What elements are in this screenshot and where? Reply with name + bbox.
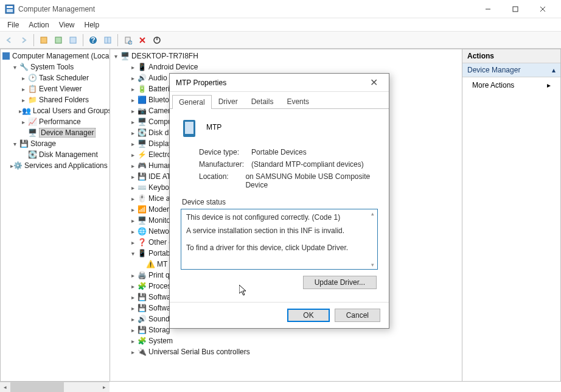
expand-icon[interactable]: ▸ [128,86,137,93]
device-tree-item[interactable]: Batteri [148,85,170,93]
left-panel-hscroll[interactable]: ◂ ▸ [0,382,110,392]
device-tree-item[interactable]: Compu [148,117,172,126]
menu-action[interactable]: Action [24,19,54,30]
collapse-icon[interactable]: ▾ [111,53,120,60]
collapse-icon[interactable]: ▾ [10,141,19,147]
dialog-titlebar[interactable]: MTP Properties ✕ [170,74,389,92]
expand-icon[interactable]: ▸ [19,75,27,82]
expand-icon[interactable]: ▸ [19,86,27,93]
device-tree-item[interactable]: Monito [148,216,170,225]
device-tree-item[interactable]: Android Device [148,63,198,71]
scan-button[interactable] [121,33,134,47]
device-tree-item[interactable]: System [148,337,173,345]
device-tree-item[interactable]: Softwa [148,293,171,301]
expand-icon[interactable]: ▸ [128,338,137,345]
expand-icon[interactable]: ▸ [128,75,137,82]
expand-icon[interactable]: ▸ [128,163,137,169]
tab-driver[interactable]: Driver [212,94,245,108]
tool-5[interactable] [101,33,114,47]
collapse-icon[interactable]: ▾ [128,250,137,257]
status-scrollbar[interactable]: ▴ ▾ [368,209,377,269]
tree-device-manager[interactable]: Device Manager [39,128,96,138]
scroll-right-icon[interactable]: ▸ [99,382,110,392]
scroll-up-icon[interactable]: ▴ [368,209,377,218]
expand-icon[interactable]: ▸ [128,294,137,301]
tab-general[interactable]: General [172,95,212,109]
expand-icon[interactable]: ▸ [19,97,27,103]
close-button[interactable] [529,0,556,18]
tree-disk-management[interactable]: Disk Management [39,150,98,159]
device-tree-item[interactable]: Portab [148,249,170,257]
scroll-down-icon[interactable]: ▾ [368,261,377,269]
expand-icon[interactable]: ▸ [128,316,137,323]
device-tree-item[interactable]: MT [157,260,167,268]
forward-button[interactable] [17,33,30,47]
minimize-button[interactable] [474,0,501,18]
scroll-track[interactable] [10,382,99,392]
expand-icon[interactable]: ▸ [128,206,137,213]
actions-more[interactable]: More Actions ▸ [462,77,560,93]
expand-icon[interactable]: ▸ [128,195,137,202]
tool-1[interactable] [37,33,51,47]
help-button[interactable]: ? [86,33,100,47]
actions-subheader[interactable]: Device Manager ▴ [462,63,560,77]
expand-icon[interactable]: ▸ [128,64,137,71]
dialog-close-button[interactable]: ✕ [364,74,383,91]
expand-icon[interactable]: ▸ [128,217,137,224]
scope-tree[interactable]: Computer Management (Local) ▾🔧System Too… [1,49,110,172]
expand-icon[interactable]: ▸ [19,119,27,125]
enable-button[interactable] [150,33,164,47]
device-tree-item[interactable]: Electro [148,150,171,159]
expand-icon[interactable]: ▸ [128,97,137,103]
back-button[interactable] [2,33,16,47]
tree-event-viewer[interactable]: Event Viewer [39,85,82,93]
tree-services-apps[interactable]: Services and Applications [24,161,108,170]
ok-button[interactable]: OK [287,309,329,322]
device-tree-item[interactable]: Print q [148,271,170,279]
scroll-left-icon[interactable]: ◂ [0,382,10,392]
tool-3[interactable] [66,33,80,47]
menu-file[interactable]: File [2,19,24,30]
device-tree-item[interactable]: Disk dr [148,128,171,137]
tab-details[interactable]: Details [245,94,280,108]
device-tree-item[interactable]: Storag [148,326,170,334]
expand-icon[interactable]: ▸ [128,272,137,279]
device-tree-item[interactable]: Universal Serial Bus controllers [148,348,250,356]
scroll-thumb[interactable] [10,382,64,392]
tree-performance[interactable]: Performance [39,117,81,126]
expand-icon[interactable]: ▸ [128,141,137,147]
device-root[interactable]: DESKTOP-TR7I8FH [131,52,198,60]
tab-events[interactable]: Events [280,94,316,108]
tree-task-scheduler[interactable]: Task Scheduler [39,74,89,82]
expand-icon[interactable]: ▸ [128,184,137,191]
menu-view[interactable]: View [54,19,80,30]
device-tree-item[interactable]: Netwo [148,227,169,236]
update-driver-button[interactable]: Update Driver... [303,276,377,289]
expand-icon[interactable]: ▸ [128,152,137,158]
delete-button[interactable] [136,33,149,47]
expand-icon[interactable]: ▸ [128,283,137,290]
expand-icon[interactable]: ▸ [128,173,137,180]
device-tree-item[interactable]: Proces [148,282,171,290]
tree-shared-folders[interactable]: Shared Folders [39,96,89,104]
expand-icon[interactable]: ▸ [128,130,137,136]
device-tree-item[interactable]: Human [148,161,172,170]
device-tree-item[interactable]: Softwa [148,304,171,312]
tool-2[interactable] [52,33,65,47]
maximize-button[interactable] [501,0,529,18]
tree-local-users[interactable]: Local Users and Groups [33,107,110,115]
expand-icon[interactable]: ▸ [128,305,137,312]
device-tree-item[interactable]: Sound, [148,315,172,323]
expand-icon[interactable]: ▸ [128,119,137,125]
cancel-button[interactable]: Cancel [335,309,380,322]
device-tree-item[interactable]: Mice a [148,194,170,203]
device-tree-item[interactable]: Audio i [148,74,171,82]
status-textbox[interactable]: This device is not configured correctly.… [181,209,378,270]
expand-icon[interactable]: ▸ [128,327,137,334]
tree-root[interactable]: Computer Management (Local) [12,52,110,60]
expand-icon[interactable]: ▸ [128,228,137,235]
expand-icon[interactable]: ▸ [128,108,137,114]
tree-storage[interactable]: Storage [30,139,56,148]
device-tree-item[interactable]: Moder [148,205,169,214]
tree-system-tools[interactable]: System Tools [30,63,74,71]
